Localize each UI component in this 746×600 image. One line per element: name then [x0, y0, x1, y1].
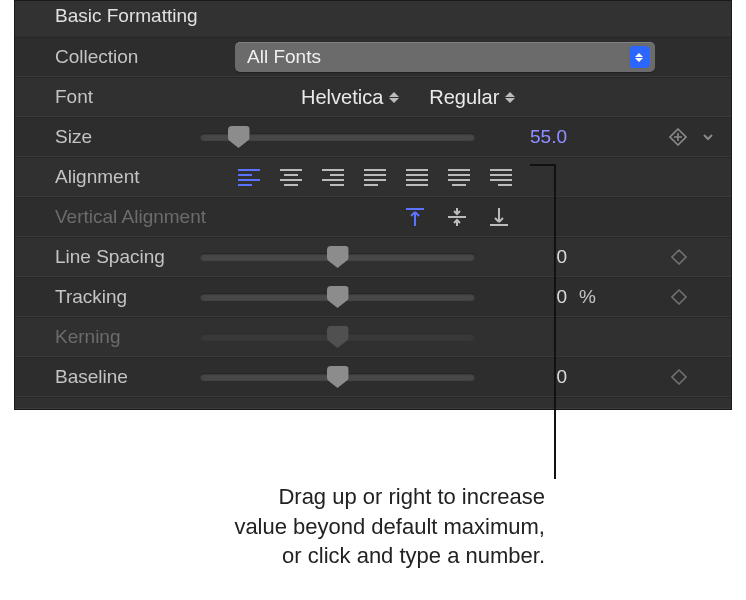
font-family-dropdown[interactable]: Helvetica [301, 86, 399, 109]
font-style-dropdown[interactable]: Regular [429, 86, 515, 109]
caption-line: value beyond default maximum, [120, 512, 545, 542]
align-right-icon[interactable] [319, 166, 347, 188]
chevron-updown-icon [389, 92, 399, 103]
slider-thumb-icon[interactable] [228, 126, 250, 148]
keyframe-icon[interactable] [671, 369, 687, 385]
collection-row: Collection All Fonts [15, 37, 731, 77]
line-spacing-label: Line Spacing [55, 246, 200, 268]
basic-formatting-panel: Basic Formatting Collection All Fonts Fo… [14, 0, 732, 410]
baseline-row: Baseline 0 [15, 357, 731, 397]
section-title: Basic Formatting [15, 1, 731, 37]
caption-line: or click and type a number. [120, 541, 545, 571]
alignment-label: Alignment [55, 166, 235, 188]
baseline-slider[interactable] [200, 373, 475, 381]
slider-thumb-icon[interactable] [327, 246, 349, 268]
keyframe-icon[interactable] [671, 289, 687, 305]
font-label: Font [55, 86, 235, 108]
keyframe-icon[interactable] [671, 249, 687, 265]
keyframe-add-icon[interactable] [669, 128, 687, 146]
tracking-row: Tracking 0 % [15, 277, 731, 317]
collection-label: Collection [55, 46, 235, 68]
collection-value: All Fonts [247, 46, 321, 68]
font-style-value: Regular [429, 86, 499, 109]
align-center-icon[interactable] [277, 166, 305, 188]
slider-thumb-icon[interactable] [327, 286, 349, 308]
kerning-row: Kerning [15, 317, 731, 357]
size-value-field[interactable]: 55.0 [487, 126, 567, 148]
justify-left-icon[interactable] [361, 166, 389, 188]
size-row: Size 55.0 [15, 117, 731, 157]
disclosure-chevron-icon[interactable] [699, 130, 717, 144]
tracking-slider[interactable] [200, 293, 475, 301]
kerning-label: Kerning [55, 326, 200, 348]
caption-line: Drag up or right to increase [120, 482, 545, 512]
baseline-label: Baseline [55, 366, 200, 388]
panel-footer-spacer [15, 397, 731, 409]
justify-center-icon[interactable] [445, 166, 473, 188]
tracking-unit: % [579, 286, 615, 308]
tracking-label: Tracking [55, 286, 200, 308]
vertical-alignment-label: Vertical Alignment [55, 206, 235, 228]
chevron-updown-icon [505, 92, 515, 103]
kerning-slider [200, 333, 475, 341]
valign-middle-icon[interactable] [443, 206, 471, 228]
valign-bottom-icon[interactable] [485, 206, 513, 228]
line-spacing-slider[interactable] [200, 253, 475, 261]
collection-popup[interactable]: All Fonts [235, 42, 655, 72]
font-row: Font Helvetica Regular [15, 77, 731, 117]
size-label: Size [55, 126, 200, 148]
line-spacing-row: Line Spacing 0 [15, 237, 731, 277]
justify-full-icon[interactable] [403, 166, 431, 188]
size-slider[interactable] [200, 133, 475, 141]
slider-thumb-icon[interactable] [327, 366, 349, 388]
align-left-icon[interactable] [235, 166, 263, 188]
callout-line [554, 164, 556, 479]
alignment-row: Alignment [15, 157, 731, 197]
slider-thumb-icon [327, 326, 349, 348]
popup-arrows-icon [629, 46, 649, 68]
font-family-value: Helvetica [301, 86, 383, 109]
caption-text: Drag up or right to increase value beyon… [120, 482, 545, 571]
vertical-alignment-row: Vertical Alignment [15, 197, 731, 237]
valign-top-icon[interactable] [401, 206, 429, 228]
justify-right-icon[interactable] [487, 166, 515, 188]
